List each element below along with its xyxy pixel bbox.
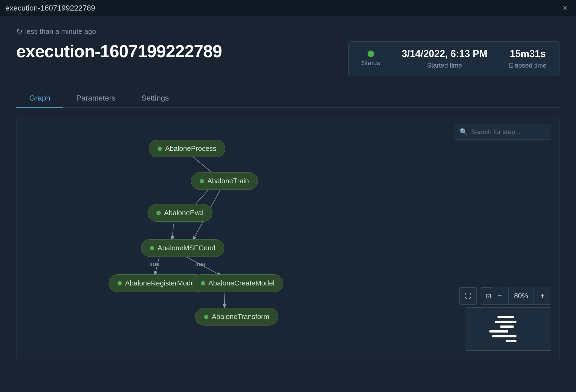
search-box: 🔍 <box>454 124 551 140</box>
title-bar-label: execution-1607199222789 <box>5 4 560 12</box>
zoom-level: 80% <box>508 287 534 304</box>
node-abalone-register-model[interactable]: AbaloneRegisterModel <box>109 274 205 292</box>
graph-container: 🔍 <box>16 116 560 359</box>
svg-rect-13 <box>500 325 514 328</box>
node-label: AbaloneRegisterModel <box>125 279 196 287</box>
refresh-icon[interactable]: ↻ <box>16 27 22 36</box>
minimap <box>465 307 551 351</box>
search-icon: 🔍 <box>460 128 468 136</box>
svg-line-5 <box>155 254 160 276</box>
header-row: execution-1607199222789 Status 3/14/2022… <box>16 41 560 76</box>
svg-text:true: true <box>149 261 159 267</box>
status-label: Status <box>362 59 380 67</box>
node-dot <box>156 211 161 215</box>
elapsed-time-label: Elapsed time <box>509 62 546 69</box>
node-dot <box>117 281 122 285</box>
svg-rect-12 <box>495 321 516 323</box>
svg-text:true: true <box>195 261 205 267</box>
svg-rect-15 <box>492 335 516 337</box>
node-dot <box>150 246 154 250</box>
close-button[interactable]: ✕ <box>560 3 571 14</box>
refresh-row: ↻ less than a minute ago <box>16 27 560 36</box>
main-content: ↻ less than a minute ago execution-16071… <box>0 16 576 370</box>
status-box: Status 3/14/2022, 6:13 PM Started time 1… <box>348 41 560 76</box>
node-abalone-train[interactable]: AbaloneTrain <box>191 172 258 190</box>
node-label: AbaloneTransform <box>212 313 269 321</box>
started-time-label: Started time <box>427 62 462 69</box>
refresh-timestamp: less than a minute ago <box>25 27 96 36</box>
node-dot <box>158 147 162 151</box>
node-label: AbaloneCreateModel <box>208 279 274 287</box>
status-dot <box>368 51 374 57</box>
search-input[interactable] <box>471 128 546 136</box>
minimap-content <box>465 308 551 350</box>
fullscreen-button[interactable]: ⛶ <box>459 287 477 305</box>
node-dot <box>200 179 204 183</box>
node-abalone-eval[interactable]: AbaloneEval <box>148 204 212 222</box>
elapsed-time-value: 15m31s <box>510 48 546 59</box>
status-item-status: Status <box>362 51 380 67</box>
page-title: execution-1607199222789 <box>16 41 222 61</box>
tab-settings[interactable]: Settings <box>129 89 182 108</box>
tab-graph[interactable]: Graph <box>16 89 63 108</box>
svg-line-6 <box>182 254 222 276</box>
node-label: AbaloneEval <box>164 209 204 217</box>
node-label: AbaloneProcess <box>165 144 216 153</box>
svg-rect-11 <box>498 316 514 318</box>
node-label: AbaloneTrain <box>207 177 249 185</box>
zoom-out-button[interactable]: − <box>491 287 508 304</box>
node-dot <box>201 281 205 285</box>
node-abalone-create-model[interactable]: AbaloneCreateModel <box>192 274 283 292</box>
node-abalone-mse-cond[interactable]: AbaloneMSECond <box>141 239 224 257</box>
tab-parameters[interactable]: Parameters <box>63 89 129 108</box>
title-bar: execution-1607199222789 ✕ <box>0 0 576 16</box>
node-abalone-process[interactable]: AbaloneProcess <box>149 140 225 157</box>
svg-rect-16 <box>506 340 516 342</box>
minimap-svg <box>465 308 551 350</box>
status-item-elapsed: 15m31s Elapsed time <box>509 48 546 69</box>
node-label: AbaloneMSECond <box>158 244 215 252</box>
zoom-in-button[interactable]: + <box>534 287 551 304</box>
node-dot <box>204 315 208 319</box>
svg-line-7 <box>224 290 225 308</box>
status-item-started: 3/14/2022, 6:13 PM Started time <box>402 48 487 69</box>
tabs: Graph Parameters Settings <box>16 89 560 108</box>
started-time-value: 3/14/2022, 6:13 PM <box>402 48 487 59</box>
status-value <box>368 51 374 57</box>
zoom-controls: − 80% + <box>491 287 551 305</box>
svg-rect-14 <box>489 330 508 333</box>
node-abalone-transform[interactable]: AbaloneTransform <box>195 308 278 325</box>
svg-line-3 <box>172 224 174 241</box>
